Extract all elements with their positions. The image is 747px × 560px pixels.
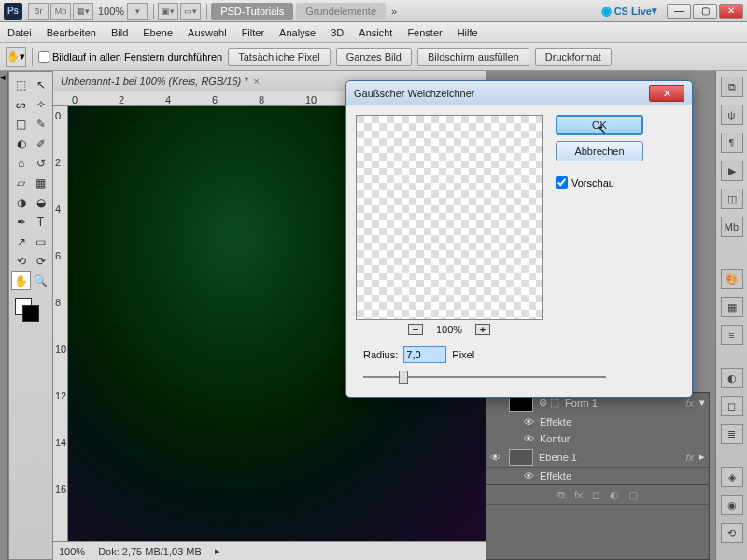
background-swatch[interactable] xyxy=(22,305,39,322)
filter-preview[interactable] xyxy=(356,115,543,320)
visibility-icon[interactable]: 👁 xyxy=(490,452,503,463)
menu-auswahl[interactable]: Auswahl xyxy=(188,27,227,38)
dock-icon[interactable]: ◉ xyxy=(721,495,743,515)
adjust-icon[interactable]: ◐ xyxy=(610,489,619,501)
menu-filter[interactable]: Filter xyxy=(242,27,264,38)
shape-tool[interactable]: ▭ xyxy=(31,231,50,251)
lasso-tool[interactable]: ᔕ xyxy=(11,94,31,114)
move-arrow-tool[interactable]: ↖ xyxy=(31,75,50,94)
zoom-dropdown[interactable]: ▾ xyxy=(127,3,148,20)
dock-icon[interactable]: ψ xyxy=(721,105,743,125)
mask-icon[interactable]: ◻ xyxy=(592,489,600,501)
radius-input[interactable] xyxy=(403,346,446,363)
fx-icon[interactable]: fx xyxy=(574,489,583,500)
menu-bild[interactable]: Bild xyxy=(111,27,128,38)
dialog-title-bar[interactable]: Gaußscher Weichzeichner ✕ xyxy=(346,81,692,105)
ruler-vertical: 0 2 4 6 8 10 12 14 16 xyxy=(53,106,68,541)
arrange-button[interactable]: ▣▾ xyxy=(158,3,178,20)
menu-ebene[interactable]: Ebene xyxy=(143,27,173,38)
blur-tool[interactable]: ◑ xyxy=(11,192,31,212)
dock-icon[interactable]: ▶ xyxy=(721,161,743,181)
menu-3d[interactable]: 3D xyxy=(331,27,344,38)
history-brush-tool[interactable]: ↺ xyxy=(31,153,50,173)
crop-tool[interactable]: ◫ xyxy=(11,114,31,133)
cslive-button[interactable]: CS Live ▾ xyxy=(601,4,657,18)
miniBridge-button[interactable]: Mb xyxy=(50,3,71,20)
link-icon[interactable]: ⧉ xyxy=(557,489,565,501)
3d-camera-tool[interactable]: ⟳ xyxy=(31,251,50,271)
zoom-tool[interactable]: 🔍 xyxy=(31,271,50,290)
layer-effect-kontur[interactable]: 👁Kontur xyxy=(486,430,709,447)
menu-hilfe[interactable]: Hilfe xyxy=(458,27,478,38)
hand-tool[interactable]: ✋ xyxy=(11,271,31,290)
move-tool[interactable]: ⬚ xyxy=(11,75,31,94)
toolbox: ⬚↖ ᔕ✧ ◫✎ ◐✐ ⌂↺ ▱▦ ◑◒ ✒T ↗▭ ⟲⟳ ✋🔍 xyxy=(8,71,53,560)
type-tool[interactable]: T xyxy=(31,212,50,231)
title-bar: Ps Br Mb ▦▾ 100% ▾ ▣▾ ▭▾ PSD-Tutorials G… xyxy=(0,0,747,22)
dock-icon[interactable]: ▦ xyxy=(721,297,743,317)
workspace-tab[interactable]: PSD-Tutorials xyxy=(211,3,293,20)
zoom-level[interactable]: 100% xyxy=(98,6,124,17)
pen-tool[interactable]: ✒ xyxy=(11,212,31,231)
status-doc-size[interactable]: Dok: 2,75 MB/1,03 MB xyxy=(98,546,202,557)
menu-bearbeiten[interactable]: Bearbeiten xyxy=(47,27,96,38)
dock-icon[interactable]: ≡ xyxy=(721,325,743,345)
radius-slider[interactable] xyxy=(363,371,606,384)
dock-icon[interactable]: ⟲ xyxy=(721,523,743,543)
workspace-tab[interactable]: Grundelemente xyxy=(296,3,386,20)
fit-screen-button[interactable]: Ganzes Bild xyxy=(336,48,412,66)
zoom-out-button[interactable]: − xyxy=(408,324,423,335)
layer-effects[interactable]: 👁Effekte xyxy=(486,468,709,484)
minimize-button[interactable]: — xyxy=(667,4,691,19)
hand-tool-icon[interactable]: ✋▾ xyxy=(6,47,26,67)
dock-icon[interactable]: ≣ xyxy=(721,424,743,444)
dock-icon[interactable]: ◫ xyxy=(721,189,743,209)
dock-icon[interactable]: 🎨 xyxy=(721,269,743,289)
dock-icon[interactable]: ⧉ xyxy=(721,77,743,97)
magic-wand-tool[interactable]: ✧ xyxy=(31,94,50,114)
view-extras-button[interactable]: ▦▾ xyxy=(73,3,93,20)
dock-icon[interactable]: ◻ xyxy=(721,396,743,416)
dock-icon[interactable]: ¶ xyxy=(721,133,743,153)
eraser-tool[interactable]: ▱ xyxy=(11,173,31,192)
dodge-tool[interactable]: ◒ xyxy=(31,192,50,212)
3d-tool[interactable]: ⟲ xyxy=(11,251,31,271)
radius-label: Radius: xyxy=(363,349,398,360)
brush-tool[interactable]: ✐ xyxy=(31,133,50,153)
path-select-tool[interactable]: ↗ xyxy=(11,231,31,251)
menu-datei[interactable]: Datei xyxy=(7,27,32,38)
actual-pixels-button[interactable]: Tatsächliche Pixel xyxy=(228,48,330,66)
cancel-button[interactable]: Abbrechen xyxy=(556,141,643,161)
print-size-button[interactable]: Druckformat xyxy=(535,48,612,66)
maximize-button[interactable]: ▢ xyxy=(693,4,717,19)
layer-thumb[interactable] xyxy=(509,449,533,466)
dock-icon[interactable]: Mb xyxy=(721,217,743,237)
eyedropper-tool[interactable]: ✎ xyxy=(31,114,50,133)
pixel-label: Pixel xyxy=(452,349,474,360)
dialog-close-button[interactable]: ✕ xyxy=(649,85,684,102)
folder-icon[interactable]: ▢ xyxy=(628,489,638,501)
more-workspaces[interactable]: » xyxy=(391,6,397,17)
color-swatches[interactable] xyxy=(11,296,50,328)
scroll-all-checkbox[interactable]: Bildlauf in allen Fenstern durchführen xyxy=(38,51,222,63)
left-dock-collapsed[interactable]: ◂ xyxy=(0,71,8,560)
gradient-tool[interactable]: ▦ xyxy=(31,173,50,192)
screenmode-button[interactable]: ▭▾ xyxy=(180,3,201,20)
heal-tool[interactable]: ◐ xyxy=(11,133,31,153)
status-zoom[interactable]: 100% xyxy=(59,546,85,557)
stamp-tool[interactable]: ⌂ xyxy=(11,153,31,173)
fill-screen-button[interactable]: Bildschirm ausfüllen xyxy=(417,48,529,66)
zoom-in-button[interactable]: + xyxy=(475,324,490,335)
dock-icon[interactable]: ◈ xyxy=(721,467,743,487)
layer-effects[interactable]: 👁Effekte xyxy=(486,413,709,430)
close-tab-icon[interactable]: × xyxy=(254,76,260,87)
preview-checkbox[interactable]: Vorschau xyxy=(556,176,643,189)
menu-fenster[interactable]: Fenster xyxy=(407,27,442,38)
close-button[interactable]: ✕ xyxy=(719,4,743,19)
dock-icon[interactable]: ◐ xyxy=(721,368,743,388)
bridge-button[interactable]: Br xyxy=(28,3,49,20)
menu-ansicht[interactable]: Ansicht xyxy=(359,27,392,38)
ok-button[interactable]: OK ↖ xyxy=(556,115,643,135)
layer-row[interactable]: 👁 Ebene 1 fx▸ xyxy=(486,447,709,468)
menu-analyse[interactable]: Analyse xyxy=(279,27,316,38)
